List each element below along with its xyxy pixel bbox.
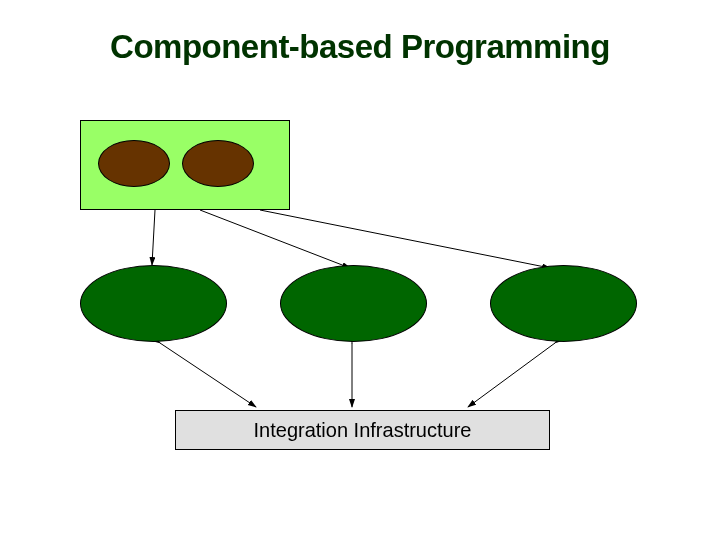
svg-line-1 bbox=[200, 210, 350, 268]
svg-line-0 bbox=[152, 210, 155, 265]
module-oval-2 bbox=[280, 265, 427, 342]
component-oval-1 bbox=[98, 140, 170, 187]
module-oval-1 bbox=[80, 265, 227, 342]
svg-line-5 bbox=[468, 343, 555, 407]
diagram-title: Component-based Programming bbox=[0, 28, 720, 66]
module-oval-3 bbox=[490, 265, 637, 342]
infra-label: Integration Infrastructure bbox=[254, 419, 472, 442]
component-oval-2 bbox=[182, 140, 254, 187]
svg-line-3 bbox=[160, 343, 256, 407]
integration-infrastructure-box: Integration Infrastructure bbox=[175, 410, 550, 450]
svg-line-2 bbox=[260, 210, 550, 268]
